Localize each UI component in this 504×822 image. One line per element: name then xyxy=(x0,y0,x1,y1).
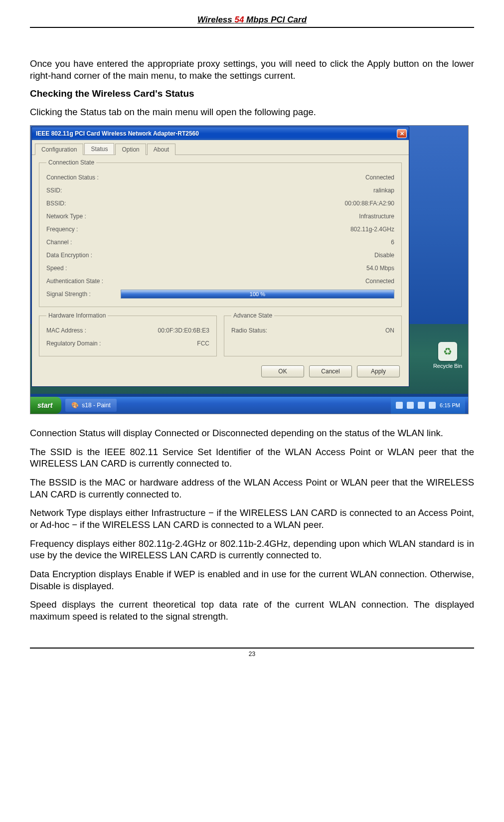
status-row: Network Type :Infrastructure xyxy=(46,210,394,223)
hardware-info-legend: Hardware Information xyxy=(46,312,108,319)
signal-strength-label: Signal Strength : xyxy=(46,291,91,298)
hardware-value: 00:0F:3D:E0:6B:E3 xyxy=(158,327,209,334)
status-value: Disable xyxy=(374,252,394,259)
status-panel: Connection State Connection Status :Conn… xyxy=(32,155,409,386)
ok-button[interactable]: OK xyxy=(261,365,304,377)
status-label: Frequency : xyxy=(46,226,78,233)
status-value: ralinkap xyxy=(373,187,394,194)
close-icon: ✕ xyxy=(400,131,404,137)
tab-bar: Configuration Status Option About xyxy=(32,140,409,155)
paragraph-2: Clicking the Status tab on the main menu… xyxy=(30,106,474,118)
paint-icon: 🎨 xyxy=(71,402,79,409)
status-label: Connection Status : xyxy=(46,174,99,181)
start-label: start xyxy=(37,401,52,409)
paragraph-8: Data Encryption displays Enable if WEP i… xyxy=(30,568,474,592)
header-pre: Wireless xyxy=(197,15,235,24)
taskbar-item-label: s18 - Paint xyxy=(82,402,110,409)
tray-icon[interactable] xyxy=(407,402,414,409)
status-value: 00:00:88:FA:A2:90 xyxy=(345,200,394,207)
tab-option[interactable]: Option xyxy=(115,144,146,155)
hardware-row: Regulatory Domain :FCC xyxy=(46,337,209,350)
advance-label: Radio Status: xyxy=(231,327,267,334)
document-footer: 23 xyxy=(30,648,474,658)
tray-icon[interactable] xyxy=(429,402,436,409)
apply-button[interactable]: Apply xyxy=(357,365,400,377)
header-54: 54 xyxy=(234,15,244,24)
taskbar: start 🎨 s18 - Paint 6:15 PM xyxy=(30,397,468,414)
hardware-info-group: Hardware Information MAC Address :00:0F:… xyxy=(39,312,217,356)
paragraph-1: Once you have entered the appropriate pr… xyxy=(30,58,474,81)
dialog-title: IEEE 802.11g PCI Card Wireless Network A… xyxy=(36,130,199,137)
status-row: SSID:ralinkap xyxy=(46,184,394,197)
hardware-row: MAC Address :00:0F:3D:E0:6B:E3 xyxy=(46,324,209,337)
connection-state-legend: Connection State xyxy=(46,159,96,166)
hardware-label: Regulatory Domain : xyxy=(46,340,101,347)
status-dialog: IEEE 802.11g PCI Card Wireless Network A… xyxy=(31,127,409,387)
advance-value: ON xyxy=(385,327,394,334)
paragraph-3: Connection Status will display Connected… xyxy=(30,427,474,439)
dialog-titlebar[interactable]: IEEE 802.11g PCI Card Wireless Network A… xyxy=(32,127,409,140)
signal-strength-value: 100 % xyxy=(250,291,265,297)
tray-icon[interactable] xyxy=(418,402,425,409)
status-row: Channel :6 xyxy=(46,236,394,249)
status-label: Speed : xyxy=(46,265,67,272)
status-row: Frequency :802.11g-2.4GHz xyxy=(46,223,394,236)
paragraph-9: Speed displays the current theoretical t… xyxy=(30,599,474,622)
hardware-label: MAC Address : xyxy=(46,327,86,334)
status-row: Authentication State :Connected xyxy=(46,275,394,288)
status-row: Data Encryption :Disable xyxy=(46,249,394,262)
tab-about[interactable]: About xyxy=(147,144,175,155)
recycle-bin[interactable]: ♻ Recycle Bin xyxy=(433,342,462,369)
advance-row: Radio Status:ON xyxy=(231,324,394,337)
page-number: 23 xyxy=(249,651,255,658)
status-label: Data Encryption : xyxy=(46,252,92,259)
status-value: 6 xyxy=(391,239,394,246)
connection-state-group: Connection State Connection Status :Conn… xyxy=(39,159,402,307)
hardware-value: FCC xyxy=(197,340,209,347)
screenshot-figure: ♻ Recycle Bin IEEE 802.11g PCI Card Wire… xyxy=(30,125,469,414)
document-header: Wireless 54 Mbps PCI Card xyxy=(30,15,474,28)
paragraph-5: The BSSID is the MAC or hardware address… xyxy=(30,477,474,500)
status-row: BSSID:00:00:88:FA:A2:90 xyxy=(46,197,394,210)
signal-strength-row: Signal Strength : 100 % xyxy=(46,288,394,301)
status-label: Authentication State : xyxy=(46,278,103,285)
start-button[interactable]: start xyxy=(30,397,61,414)
cancel-button[interactable]: Cancel xyxy=(309,365,352,377)
recycle-bin-label: Recycle Bin xyxy=(433,363,462,369)
paragraph-4: The SSID is the IEEE 802.11 Service Set … xyxy=(30,446,474,470)
status-value: Connected xyxy=(365,278,394,285)
status-row: Connection Status :Connected xyxy=(46,171,394,184)
status-value: 54.0 Mbps xyxy=(366,265,394,272)
tab-configuration[interactable]: Configuration xyxy=(35,144,83,155)
close-button[interactable]: ✕ xyxy=(397,129,407,138)
status-row: Speed :54.0 Mbps xyxy=(46,262,394,275)
recycle-bin-icon: ♻ xyxy=(438,342,457,361)
system-tray[interactable]: 6:15 PM xyxy=(391,397,465,414)
status-label: Network Type : xyxy=(46,213,86,220)
status-label: Channel : xyxy=(46,239,72,246)
tab-status[interactable]: Status xyxy=(84,143,114,155)
signal-strength-bar: 100 % xyxy=(121,290,394,299)
tray-clock: 6:15 PM xyxy=(440,402,460,408)
taskbar-item-paint[interactable]: 🎨 s18 - Paint xyxy=(65,399,116,412)
status-value: Connected xyxy=(365,174,394,181)
status-label: SSID: xyxy=(46,187,62,194)
paragraph-7: Frequency displays either 802.11g-2.4GHz… xyxy=(30,538,474,561)
header-post: Mbps PCI Card xyxy=(244,15,307,24)
status-value: 802.11g-2.4GHz xyxy=(350,226,394,233)
status-value: Infrastructure xyxy=(359,213,394,220)
paragraph-6: Network Type displays either Infrastruct… xyxy=(30,507,474,530)
tray-icon[interactable] xyxy=(396,402,403,409)
status-label: BSSID: xyxy=(46,200,66,207)
advance-state-legend: Advance State xyxy=(231,312,274,319)
dialog-button-row: OK Cancel Apply xyxy=(39,361,402,379)
advance-state-group: Advance State Radio Status:ON .. xyxy=(224,312,402,356)
subheading-1: Checking the Wireless Card's Status xyxy=(30,88,474,99)
